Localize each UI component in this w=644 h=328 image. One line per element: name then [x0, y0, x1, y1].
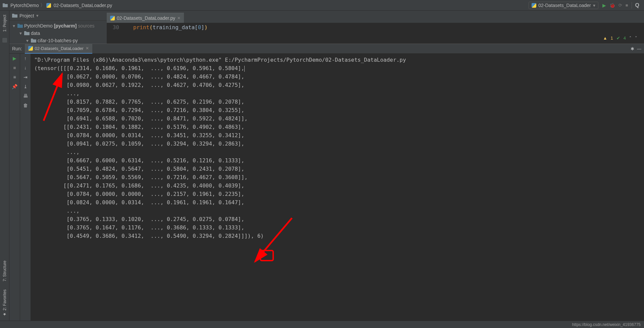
run-gutter-left: ▶ ■ ≡ 📌: [9, 54, 20, 321]
tree-item-label: cifar-10-batches-py: [38, 38, 78, 43]
console-output[interactable]: "D:\Program Files (x86)\Anaconda3\envs\p…: [31, 54, 644, 321]
run-coverage-icon[interactable]: ⟳: [618, 3, 622, 8]
python-icon: [110, 16, 115, 20]
console-line: [0.3765, 0.1333, 0.1020, ..., 0.2745, 0.…: [34, 215, 641, 223]
caret-down-icon: ▾: [593, 3, 595, 8]
left-tool-strip: 1: Project 7: Structure ★ 2: Favorites: [0, 11, 9, 321]
soft-wrap-icon[interactable]: ⇥: [22, 74, 29, 80]
down-icon[interactable]: ↓: [22, 65, 29, 70]
tree-twisty-open-icon[interactable]: ▾: [26, 38, 30, 43]
folder-icon: [17, 24, 23, 28]
python-icon: [28, 46, 33, 51]
run-config-selector[interactable]: 02-Datasets_DataLoader ▾: [529, 2, 598, 9]
console-line: [0.0824, 0.0000, 0.0314, ..., 0.1961, 0.…: [34, 198, 641, 207]
run-panel-title: Run:: [12, 46, 22, 51]
editor-tab-label: 02-Datasets_DataLoader.py: [117, 15, 175, 21]
status-bar: https://blog.csdn.net/weixin_41936775: [0, 321, 644, 328]
pin-icon[interactable]: 📌: [12, 84, 18, 89]
tree-twisty-open-icon[interactable]: ▾: [19, 31, 23, 36]
tree-root-label: PytorchDemo [pycharm]: [24, 23, 77, 29]
folder-icon: [3, 3, 8, 7]
tree-root-hint: sources: [78, 23, 94, 29]
editor-area: 02-Datasets_DataLoader.py ✕ 30 print(tra…: [107, 13, 644, 44]
console-line: [0.0941, 0.0275, 0.1059, ..., 0.3294, 0.…: [34, 140, 641, 148]
run-tab-label: 02-Datasets_DataLoader: [35, 46, 84, 51]
console-line: [0.8157, 0.7882, 0.7765, ..., 0.6275, 0.…: [34, 98, 641, 106]
navbar: PytorchDemo 〉 02-Datasets_DataLoader.py …: [0, 0, 644, 11]
stop-icon[interactable]: ■: [12, 65, 18, 70]
run-panel: Run: 02-Datasets_DataLoader ✕ ✱ — ▶ ■ ≡ …: [9, 44, 644, 321]
scroll-to-end-icon[interactable]: ⤓: [22, 84, 29, 89]
breadcrumb: PytorchDemo 〉 02-Datasets_DataLoader.py: [3, 2, 112, 8]
breadcrumb-file[interactable]: 02-Datasets_DataLoader.py: [54, 3, 112, 8]
run-body: ▶ ■ ≡ 📌 ↑ ↓ ⇥ ⤓ 🖶 🗑 "D:\Program Files (x…: [9, 54, 644, 321]
run-config-label: 02-Datasets_DataLoader: [538, 3, 591, 8]
console-line: [0.0980, 0.0627, 0.1922, ..., 0.4627, 0.…: [34, 81, 641, 89]
gear-icon[interactable]: ✱: [631, 46, 634, 51]
tool-tab-project[interactable]: 1: Project: [2, 13, 8, 34]
run-gutter-right: ↑ ↓ ⇥ ⤓ 🖶 🗑: [20, 54, 31, 321]
console-line: [0.0627, 0.0000, 0.0706, ..., 0.4824, 0.…: [34, 72, 641, 81]
gutter-line-number: 30: [107, 24, 125, 31]
tree-twisty-open-icon[interactable]: ▾: [13, 23, 16, 29]
console-line: [0.5451, 0.4824, 0.5647, ..., 0.5804, 0.…: [34, 165, 641, 173]
up-icon[interactable]: ↑: [22, 56, 29, 61]
tool-tab-favorites[interactable]: ★ 2: Favorites: [2, 287, 8, 319]
clear-icon[interactable]: 🗑: [22, 103, 29, 108]
project-panel-title[interactable]: Project: [19, 13, 34, 18]
console-line: ...,: [34, 207, 641, 215]
hide-icon[interactable]: —: [637, 46, 641, 51]
warn-count: 1: [611, 36, 613, 41]
python-icon: [532, 3, 536, 8]
rerun-icon[interactable]: ▶: [12, 56, 18, 61]
console-line: [[0.2471, 0.1765, 0.1686, ..., 0.4235, 0…: [34, 181, 641, 190]
console-line: [0.0784, 0.0000, 0.0000, ..., 0.2157, 0.…: [34, 190, 641, 198]
chevron-up-icon[interactable]: ˄: [629, 36, 632, 41]
print-icon[interactable]: 🖶: [22, 93, 29, 99]
editor-body[interactable]: 30 print(training_data[0]): [107, 23, 644, 32]
warn-icon: ▲: [603, 36, 607, 41]
stop-icon: ■: [626, 3, 628, 8]
chevron-down-icon[interactable]: ˅: [635, 36, 637, 41]
close-icon[interactable]: ✕: [86, 46, 89, 51]
toolbar-icons: ▶ 🐞 ⟳ ■ Q: [600, 2, 641, 9]
divider: [632, 2, 632, 9]
console-line: [0.3765, 0.1647, 0.1176, ..., 0.3686, 0.…: [34, 223, 641, 232]
console-line: "D:\Program Files (x86)\Anaconda3\envs\p…: [34, 56, 641, 64]
layout-icon[interactable]: ≡: [12, 74, 18, 80]
run-icon[interactable]: ▶: [602, 3, 606, 8]
tool-tab-structure[interactable]: 7: Structure: [2, 259, 8, 283]
search-icon[interactable]: Q: [635, 2, 639, 8]
tree-item-label: data: [31, 31, 40, 36]
breadcrumb-sep: 〉: [40, 2, 45, 8]
python-icon: [46, 3, 51, 8]
folder-icon: [12, 14, 17, 18]
run-panel-header: Run: 02-Datasets_DataLoader ✕ ✱ —: [9, 44, 644, 54]
console-line: ...,: [34, 148, 641, 156]
checkmark-icon: ✔: [616, 36, 620, 41]
folder-icon: [31, 39, 36, 43]
editor-tabs: 02-Datasets_DataLoader.py ✕: [107, 13, 644, 23]
text-caret: [244, 66, 245, 72]
folder-icon: [24, 31, 30, 35]
breadcrumb-root[interactable]: PytorchDemo: [10, 3, 39, 8]
strip-spacer-icon: [2, 38, 7, 43]
close-icon[interactable]: ✕: [177, 16, 181, 20]
debug-icon[interactable]: 🐞: [609, 3, 615, 8]
console-line: [0.7059, 0.6784, 0.7294, ..., 0.7216, 0.…: [34, 106, 641, 114]
run-tab-active[interactable]: 02-Datasets_DataLoader ✕: [25, 44, 92, 54]
console-line: [0.4549, 0.3686, 0.3412, ..., 0.5490, 0.…: [34, 232, 641, 240]
console-line: [[0.2431, 0.1804, 0.1882, ..., 0.5176, 0…: [34, 123, 641, 131]
console-line: (tensor([[[0.2314, 0.1686, 0.1961, ..., …: [34, 64, 641, 72]
code-line[interactable]: print(training_data[0]): [125, 24, 208, 31]
console-line: [0.6941, 0.6588, 0.7020, ..., 0.8471, 0.…: [34, 114, 641, 123]
inspection-indicators[interactable]: ▲1 ✔4 ˄ ˅: [603, 36, 637, 41]
console-line: [0.5647, 0.5059, 0.5569, ..., 0.7216, 0.…: [34, 173, 641, 181]
console-line: [0.6667, 0.6000, 0.6314, ..., 0.5216, 0.…: [34, 156, 641, 165]
editor-tab-active[interactable]: 02-Datasets_DataLoader.py ✕: [107, 13, 184, 23]
status-url: https://blog.csdn.net/weixin_41936775: [572, 322, 641, 327]
console-line: [0.0784, 0.0000, 0.0314, ..., 0.3451, 0.…: [34, 131, 641, 140]
ok-count: 4: [624, 36, 626, 41]
console-line: ...,: [34, 89, 641, 98]
caret-down-icon[interactable]: ▾: [36, 13, 39, 18]
